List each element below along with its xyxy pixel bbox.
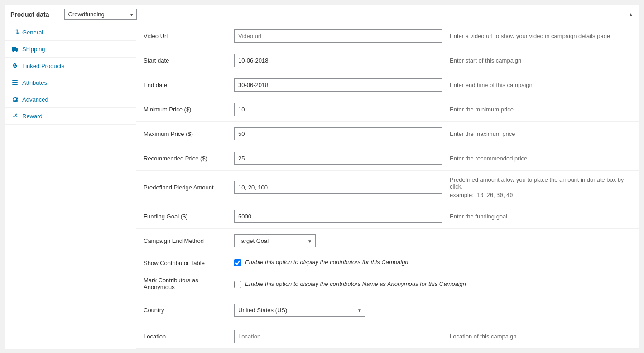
- svg-rect-3: [12, 80, 18, 81]
- product-type-select-wrapper[interactable]: Crowdfunding ▼: [64, 9, 137, 20]
- end-date-label: End date: [136, 73, 227, 97]
- country-select-wrapper[interactable]: United States (US) United Kingdom (UK) C…: [234, 304, 365, 317]
- sidebar-item-linked-products-label: Linked Products: [22, 63, 64, 69]
- start-date-help: Enter start of this campaign: [446, 48, 639, 73]
- sidebar-item-attributes[interactable]: Attributes: [5, 74, 136, 91]
- start-date-input[interactable]: [234, 54, 442, 67]
- funding-goal-label: Funding Goal ($): [136, 204, 227, 229]
- funding-goal-input[interactable]: [234, 210, 442, 223]
- video-url-help: Enter a video url to show your video in …: [446, 24, 639, 48]
- product-data-title: Product data: [10, 11, 49, 18]
- funding-goal-row: Funding Goal ($) Enter the funding goal: [136, 204, 639, 229]
- end-date-help: Enter end time of this campaign: [446, 73, 639, 97]
- video-url-input[interactable]: [234, 29, 442, 43]
- country-select-cell: United States (US) United Kingdom (UK) C…: [227, 296, 446, 324]
- video-url-input-cell: [227, 24, 446, 48]
- predefined-pledge-code: 10,20,30,40: [477, 192, 513, 198]
- predefined-pledge-row: Predefined Pledge Amount Predefined amou…: [136, 171, 639, 204]
- predefined-pledge-input[interactable]: [234, 181, 442, 194]
- gear-icon: [11, 96, 19, 103]
- main-content: Video Url Enter a video url to show your…: [136, 24, 639, 349]
- recommended-price-help: Enter the recommended price: [446, 146, 639, 171]
- sidebar-item-attributes-label: Attributes: [22, 79, 47, 86]
- form-table: Video Url Enter a video url to show your…: [136, 24, 639, 349]
- min-price-row: Minimum Price ($) Enter the minimum pric…: [136, 97, 639, 122]
- location-help: Location of this campaign: [446, 324, 639, 349]
- link-icon: [11, 62, 19, 69]
- max-price-input[interactable]: [234, 127, 442, 140]
- sidebar-item-reward[interactable]: Reward: [5, 108, 136, 125]
- svg-rect-0: [12, 47, 16, 51]
- min-price-input[interactable]: [234, 103, 442, 116]
- mark-contributors-anonymous-checkbox-label[interactable]: Enable this option to display the contri…: [234, 280, 635, 288]
- sidebar-item-advanced-label: Advanced: [22, 96, 48, 103]
- location-input-cell: [227, 324, 446, 349]
- mark-contributors-anonymous-checkbox[interactable]: [234, 281, 241, 288]
- country-label: Country: [136, 296, 227, 324]
- product-data-header: Product data — Crowdfunding ▼ ▲: [5, 5, 639, 24]
- mark-contributors-anonymous-cell: Enable this option to display the contri…: [227, 272, 639, 296]
- predefined-pledge-label: Predefined Pledge Amount: [136, 171, 227, 204]
- svg-rect-4: [12, 82, 18, 83]
- sidebar-item-general-label: General: [22, 29, 43, 36]
- predefined-pledge-help-cell: Predefined amount allow you to place the…: [446, 171, 639, 204]
- product-data-body: General Shipping Linked Products Attribu…: [5, 24, 639, 349]
- location-input[interactable]: [234, 330, 442, 343]
- predefined-pledge-help-line1: Predefined amount allow you to place the…: [450, 176, 632, 190]
- mark-contributors-anonymous-checkbox-text: Enable this option to display the contri…: [245, 280, 466, 287]
- campaign-end-method-select-wrapper[interactable]: Target Goal End Date Both ▼: [234, 234, 316, 247]
- start-date-row: Start date Enter start of this campaign: [136, 48, 639, 73]
- location-label: Location: [136, 324, 227, 349]
- svg-point-2: [16, 51, 18, 52]
- campaign-end-method-select-cell: Target Goal End Date Both ▼: [227, 229, 446, 253]
- predefined-pledge-help: Predefined amount allow you to place the…: [450, 176, 632, 198]
- end-date-input[interactable]: [234, 78, 442, 92]
- sidebar-item-general[interactable]: General: [5, 24, 136, 41]
- show-contributor-table-label: Show Contributor Table: [136, 253, 227, 272]
- predefined-pledge-input-cell: [227, 171, 446, 204]
- max-price-label: Maximum Price ($): [136, 122, 227, 146]
- sidebar-item-reward-label: Reward: [22, 113, 43, 120]
- country-select[interactable]: United States (US) United Kingdom (UK) C…: [234, 304, 365, 317]
- max-price-row: Maximum Price ($) Enter the maximum pric…: [136, 122, 639, 146]
- sidebar-item-shipping-label: Shipping: [22, 46, 45, 53]
- collapse-button[interactable]: ▲: [628, 11, 634, 18]
- predefined-pledge-help-line2: example: 10,20,30,40: [450, 192, 632, 198]
- min-price-help: Enter the minimum price: [446, 97, 639, 122]
- start-date-label: Start date: [136, 48, 227, 73]
- funding-goal-help: Enter the funding goal: [446, 204, 639, 229]
- campaign-end-method-select[interactable]: Target Goal End Date Both: [234, 234, 316, 247]
- svg-rect-5: [12, 84, 18, 85]
- sidebar: General Shipping Linked Products Attribu…: [5, 24, 136, 349]
- recommended-price-input[interactable]: [234, 152, 442, 165]
- show-contributor-table-cell: Enable this option to display the contri…: [227, 253, 639, 272]
- wrench-icon: [11, 29, 19, 36]
- max-price-input-cell: [227, 122, 446, 146]
- campaign-end-method-label: Campaign End Method: [136, 229, 227, 253]
- max-price-help: Enter the maximum price: [446, 122, 639, 146]
- min-price-label: Minimum Price ($): [136, 97, 227, 122]
- shipping-icon: [11, 45, 19, 53]
- funding-goal-input-cell: [227, 204, 446, 229]
- min-price-input-cell: [227, 97, 446, 122]
- mark-contributors-anonymous-row: Mark Contributors as Anonymous Enable th…: [136, 272, 639, 296]
- product-data-panel: Product data — Crowdfunding ▼ ▲ General: [5, 5, 639, 349]
- campaign-end-method-row: Campaign End Method Target Goal End Date…: [136, 229, 639, 253]
- show-contributor-table-checkbox-label[interactable]: Enable this option to display the contri…: [234, 259, 635, 266]
- header-left: Product data — Crowdfunding ▼: [10, 9, 137, 20]
- sidebar-item-linked-products[interactable]: Linked Products: [5, 58, 136, 74]
- country-row: Country United States (US) United Kingdo…: [136, 296, 639, 324]
- location-row: Location Location of this campaign: [136, 324, 639, 349]
- recommended-price-label: Recommended Price ($): [136, 146, 227, 171]
- header-dash: —: [54, 11, 60, 18]
- sidebar-item-advanced[interactable]: Advanced: [5, 91, 136, 108]
- show-contributor-table-checkbox[interactable]: [234, 259, 241, 266]
- reward-icon: [11, 112, 19, 120]
- end-date-row: End date Enter end time of this campaign: [136, 73, 639, 97]
- video-url-label: Video Url: [136, 24, 227, 48]
- mark-contributors-anonymous-label: Mark Contributors as Anonymous: [136, 272, 227, 296]
- recommended-price-row: Recommended Price ($) Enter the recommen…: [136, 146, 639, 171]
- sidebar-item-shipping[interactable]: Shipping: [5, 41, 136, 58]
- product-type-select[interactable]: Crowdfunding: [64, 9, 137, 20]
- svg-point-1: [13, 51, 14, 52]
